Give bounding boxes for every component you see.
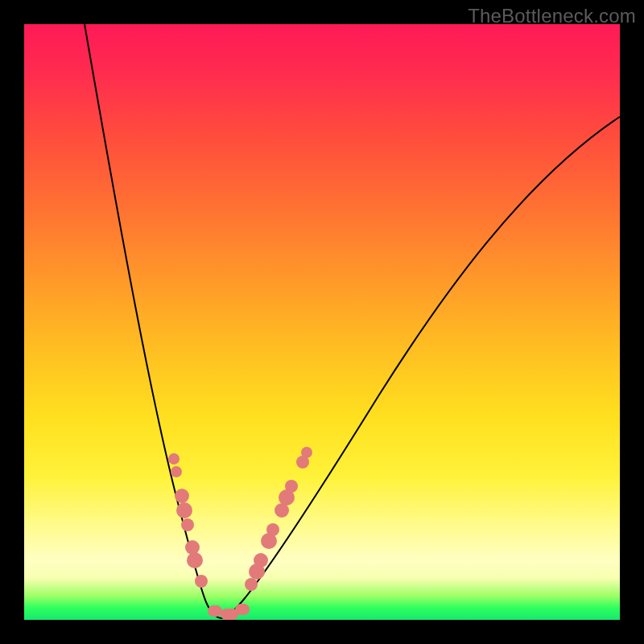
scatter-point — [187, 552, 203, 568]
bottom-blob — [208, 605, 222, 617]
plot-area — [24, 24, 620, 620]
left-curve — [85, 24, 221, 618]
scatter-point — [185, 540, 200, 555]
watermark-text: TheBottleneck.com — [468, 5, 636, 27]
scatter-point — [301, 447, 312, 458]
scatter-point — [181, 518, 194, 531]
bottom-blob-group — [208, 604, 250, 620]
scatter-point — [254, 553, 268, 568]
scatter-point — [176, 502, 192, 518]
scatter-point — [168, 453, 180, 464]
scatter-point — [175, 489, 189, 503]
scatter-point — [195, 575, 208, 588]
scatter-left-group — [168, 453, 208, 588]
scatter-point — [266, 523, 279, 536]
scatter-point — [285, 480, 298, 493]
chart-frame: TheBottleneck.com — [0, 0, 644, 644]
bottom-blob — [235, 604, 250, 615]
scatter-point — [171, 466, 182, 477]
scatter-point — [245, 578, 258, 591]
right-curve — [221, 117, 620, 618]
chart-svg — [24, 24, 620, 620]
scatter-right-group — [245, 447, 312, 591]
